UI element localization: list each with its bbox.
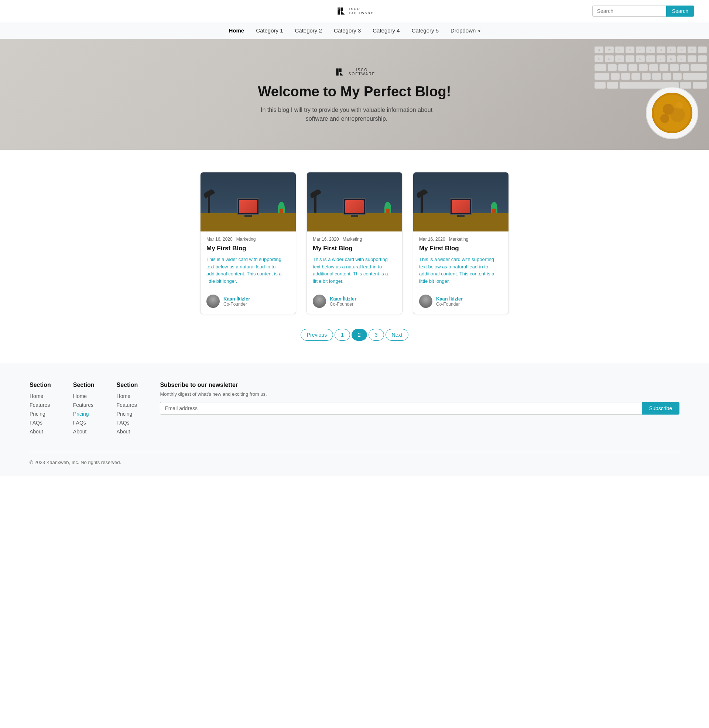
svg-rect-22 bbox=[698, 55, 707, 62]
footer-grid: Section Home Features Pricing FAQs About… bbox=[29, 382, 680, 437]
footer-bottom: © 2023 Kaanxweb, Inc. No rights reserved… bbox=[29, 452, 680, 465]
coffee-cup-icon bbox=[643, 83, 702, 143]
footer-col-3-link-home[interactable]: Home bbox=[117, 393, 138, 399]
cards-section: Mar 16, 2020 Marketing My First Blog Thi… bbox=[0, 150, 709, 363]
footer-col-2-link-about[interactable]: About bbox=[73, 428, 95, 435]
footer-col-1-link-about[interactable]: About bbox=[29, 428, 51, 435]
svg-rect-11 bbox=[698, 47, 707, 53]
card-2-category: Marketing bbox=[343, 237, 362, 242]
card-3-meta: Mar 16, 2020 Marketing bbox=[419, 237, 503, 242]
newsletter-title: Subscribe to our newsletter bbox=[160, 382, 680, 388]
card-2-body: Mar 16, 2020 Marketing My First Blog Thi… bbox=[307, 232, 402, 314]
blog-card-3[interactable]: Mar 16, 2020 Marketing My First Blog Thi… bbox=[413, 172, 509, 314]
card-3-author: Kaan İkizler Co-Founder bbox=[419, 290, 503, 308]
search-button[interactable]: Search bbox=[666, 6, 694, 17]
footer-col-1-link-faqs[interactable]: FAQs bbox=[29, 419, 51, 426]
footer-col-1-link-features[interactable]: Features bbox=[29, 402, 51, 408]
nav-link-home[interactable]: Home bbox=[223, 22, 250, 39]
nav-link-cat3[interactable]: Category 3 bbox=[328, 22, 367, 39]
header-logo[interactable]: ISCO SOFTWARE bbox=[335, 5, 374, 17]
svg-text:Q: Q bbox=[598, 49, 600, 52]
header-logo-text: ISCO SOFTWARE bbox=[349, 7, 374, 15]
footer-col-3-title: Section bbox=[117, 382, 138, 388]
nav-link-dropdown[interactable]: Dropdown ▾ bbox=[445, 22, 486, 39]
hero-description: In this blog I will try to provide you w… bbox=[258, 106, 435, 123]
footer-col-1-link-pricing[interactable]: Pricing bbox=[29, 411, 51, 417]
pagination-page-2[interactable]: 2 bbox=[352, 329, 367, 341]
svg-text:L: L bbox=[681, 58, 682, 60]
card-3-title: My First Blog bbox=[419, 245, 503, 252]
svg-text:P: P bbox=[691, 49, 693, 51]
nav-link-cat1[interactable]: Category 1 bbox=[250, 22, 289, 39]
svg-point-72 bbox=[676, 102, 683, 109]
card-1-author-role: Co-Founder bbox=[223, 301, 250, 307]
footer-col-2-link-pricing[interactable]: Pricing bbox=[73, 411, 95, 417]
newsletter-email-input[interactable] bbox=[160, 402, 642, 415]
card-2-meta: Mar 16, 2020 Marketing bbox=[313, 237, 396, 242]
svg-rect-32 bbox=[690, 64, 707, 71]
footer-col-2-link-features[interactable]: Features bbox=[73, 402, 95, 408]
pagination: Previous 1 2 3 Next bbox=[301, 329, 409, 341]
card-1-text: This is a wider card with supporting tex… bbox=[206, 256, 290, 285]
nav-link-cat4[interactable]: Category 4 bbox=[367, 22, 406, 39]
card-3-author-role: Co-Founder bbox=[436, 301, 463, 307]
card-3-author-info: Kaan İkizler Co-Founder bbox=[436, 296, 463, 307]
nav-item-cat1[interactable]: Category 1 bbox=[250, 22, 289, 39]
svg-rect-27 bbox=[639, 64, 648, 71]
card-1-author-info: Kaan İkizler Co-Founder bbox=[223, 296, 250, 307]
nav-item-home[interactable]: Home bbox=[223, 22, 250, 39]
pagination-page-1[interactable]: 1 bbox=[334, 329, 350, 341]
blog-card-2[interactable]: Mar 16, 2020 Marketing My First Blog Thi… bbox=[306, 172, 403, 314]
svg-text:A: A bbox=[598, 58, 600, 60]
footer-col-1-link-home[interactable]: Home bbox=[29, 393, 51, 399]
nav-item-cat5[interactable]: Category 5 bbox=[406, 22, 445, 39]
svg-rect-39 bbox=[662, 73, 671, 80]
search-input[interactable] bbox=[592, 6, 666, 17]
nav-link-cat5[interactable]: Category 5 bbox=[406, 22, 445, 39]
footer-col-2-links: Home Features Pricing FAQs About bbox=[73, 393, 95, 435]
footer-col-3-link-pricing[interactable]: Pricing bbox=[117, 411, 138, 417]
footer-col-2-link-faqs[interactable]: FAQs bbox=[73, 419, 95, 426]
footer-col-2: Section Home Features Pricing FAQs About bbox=[73, 382, 95, 437]
footer-col-3-links: Home Features Pricing FAQs About bbox=[117, 393, 138, 435]
footer-col-3-link-about[interactable]: About bbox=[117, 428, 138, 435]
svg-rect-35 bbox=[621, 73, 630, 80]
footer-col-3-link-features[interactable]: Features bbox=[117, 402, 138, 408]
pagination-previous[interactable]: Previous bbox=[301, 329, 333, 341]
pagination-page-3[interactable]: 3 bbox=[369, 329, 384, 341]
footer-col-2-link-home[interactable]: Home bbox=[73, 393, 95, 399]
svg-text:U: U bbox=[660, 49, 662, 51]
nav-item-dropdown[interactable]: Dropdown ▾ bbox=[445, 22, 486, 39]
footer-col-3-link-faqs[interactable]: FAQs bbox=[117, 419, 138, 426]
svg-rect-38 bbox=[652, 73, 661, 80]
hero-title: Welcome to My Perfect Blog! bbox=[258, 84, 451, 100]
svg-rect-40 bbox=[673, 73, 682, 80]
card-3-image bbox=[413, 172, 509, 232]
nav-item-cat2[interactable]: Category 2 bbox=[289, 22, 328, 39]
svg-rect-26 bbox=[629, 64, 638, 71]
card-2-title: My First Blog bbox=[313, 245, 396, 252]
card-3-avatar bbox=[419, 295, 432, 308]
nav-link-cat2[interactable]: Category 2 bbox=[289, 22, 328, 39]
card-2-date: Mar 16, 2020 bbox=[313, 237, 339, 242]
subscribe-button[interactable]: Subscribe bbox=[642, 402, 680, 415]
nav-item-cat3[interactable]: Category 3 bbox=[328, 22, 367, 39]
card-1-author-name: Kaan İkizler bbox=[223, 296, 250, 301]
nav-item-cat4[interactable]: Category 4 bbox=[367, 22, 406, 39]
card-3-text: This is a wider card with supporting tex… bbox=[419, 256, 503, 285]
pagination-next[interactable]: Next bbox=[385, 329, 409, 341]
hero-logo-icon bbox=[334, 66, 346, 78]
svg-rect-30 bbox=[670, 64, 679, 71]
svg-rect-31 bbox=[680, 64, 689, 71]
svg-text:S: S bbox=[608, 58, 610, 60]
card-1-image bbox=[200, 172, 296, 232]
svg-text:O: O bbox=[681, 49, 683, 51]
top-header: ISCO SOFTWARE Search bbox=[0, 0, 709, 22]
svg-rect-21 bbox=[687, 55, 696, 62]
blog-card-1[interactable]: Mar 16, 2020 Marketing My First Blog Thi… bbox=[200, 172, 296, 314]
card-1-title: My First Blog bbox=[206, 245, 290, 252]
svg-rect-24 bbox=[608, 64, 617, 71]
svg-text:F: F bbox=[629, 58, 630, 60]
svg-text:R: R bbox=[629, 49, 631, 51]
svg-rect-8 bbox=[667, 47, 676, 53]
